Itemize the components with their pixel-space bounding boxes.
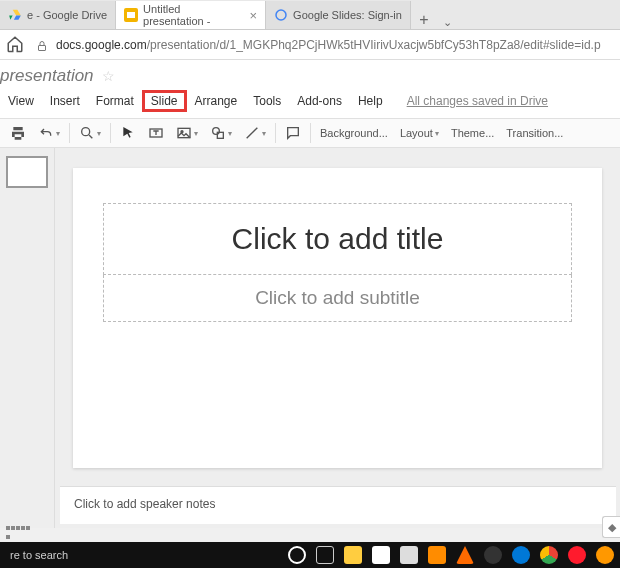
svg-rect-3 (39, 45, 46, 50)
home-icon[interactable] (6, 35, 26, 55)
windows-taskbar: re to search (0, 542, 620, 568)
menu-bar: View Insert Format Slide Arrange Tools A… (0, 86, 620, 118)
print-button[interactable] (4, 121, 32, 145)
doc-title[interactable]: presentation (0, 66, 94, 86)
store-icon[interactable] (372, 546, 390, 564)
transition-button[interactable]: Transition... (500, 121, 569, 145)
tab-label: Untitled presentation - (143, 3, 243, 27)
media-icon[interactable] (428, 546, 446, 564)
slide-canvas[interactable]: Click to add title Click to add subtitle (73, 168, 602, 468)
url-text[interactable]: docs.google.com/presentation/d/1_MGKPhq2… (56, 38, 601, 52)
explore-button[interactable]: ◆ (602, 516, 620, 538)
browser-tab-strip: e - Google Drive Untitled presentation -… (0, 0, 620, 30)
image-tool[interactable] (170, 121, 204, 145)
menu-help[interactable]: Help (350, 91, 391, 111)
layout-button[interactable]: Layout (394, 121, 445, 145)
tab-overflow-icon[interactable]: ⌄ (443, 16, 452, 29)
theme-button[interactable]: Theme... (445, 121, 500, 145)
google-icon (274, 8, 288, 22)
browser-tab[interactable]: Google Slides: Sign-in (266, 1, 411, 29)
workspace: Click to add title Click to add subtitle (0, 148, 620, 528)
lock-icon (36, 38, 50, 52)
shape-tool[interactable] (204, 121, 238, 145)
slide-thumbnail[interactable] (6, 156, 48, 188)
title-placeholder[interactable]: Click to add title (103, 203, 572, 275)
svg-rect-1 (127, 12, 135, 18)
subtitle-placeholder[interactable]: Click to add subtitle (103, 275, 572, 322)
tab-label: Google Slides: Sign-in (293, 9, 402, 21)
textbox-tool[interactable] (142, 121, 170, 145)
opera-icon[interactable] (568, 546, 586, 564)
menu-addons[interactable]: Add-ons (289, 91, 350, 111)
canvas-area: Click to add title Click to add subtitle (55, 148, 620, 528)
save-status[interactable]: All changes saved in Drive (399, 91, 556, 111)
taskview-icon[interactable] (316, 546, 334, 564)
menu-tools[interactable]: Tools (245, 91, 289, 111)
chrome-icon[interactable] (540, 546, 558, 564)
drive-icon (8, 8, 22, 22)
svg-point-8 (213, 128, 220, 135)
menu-view[interactable]: View (0, 91, 42, 111)
toolbar: Background... Layout Theme... Transition… (0, 118, 620, 148)
speaker-notes[interactable]: Click to add speaker notes (60, 486, 616, 524)
line-tool[interactable] (238, 121, 272, 145)
obs-icon[interactable] (484, 546, 502, 564)
slide-panel (0, 148, 55, 528)
background-button[interactable]: Background... (314, 121, 394, 145)
new-tab-button[interactable]: + (411, 11, 437, 29)
address-bar: docs.google.com/presentation/d/1_MGKPhq2… (0, 30, 620, 60)
zoom-button[interactable] (73, 121, 107, 145)
apps-grid-icon[interactable] (6, 526, 30, 542)
select-tool[interactable] (114, 121, 142, 145)
comment-button[interactable] (279, 121, 307, 145)
vlc-icon[interactable] (456, 546, 474, 564)
slides-icon (124, 8, 138, 22)
browser-tab[interactable]: e - Google Drive (0, 1, 116, 29)
menu-format[interactable]: Format (88, 91, 142, 111)
svg-point-4 (82, 128, 90, 136)
cortana-icon[interactable] (288, 546, 306, 564)
menu-slide[interactable]: Slide (142, 90, 187, 112)
undo-button[interactable] (32, 121, 66, 145)
menu-insert[interactable]: Insert (42, 91, 88, 111)
explorer-icon[interactable] (344, 546, 362, 564)
app-icon[interactable] (596, 546, 614, 564)
mail-icon[interactable] (400, 546, 418, 564)
taskbar-icons (288, 546, 620, 564)
taskbar-search[interactable]: re to search (0, 549, 78, 561)
browser-tab[interactable]: Untitled presentation - × (116, 1, 266, 29)
tab-label: e - Google Drive (27, 9, 107, 21)
menu-arrange[interactable]: Arrange (187, 91, 246, 111)
close-icon[interactable]: × (250, 8, 258, 23)
star-icon[interactable]: ☆ (102, 68, 115, 84)
doc-header: presentation ☆ View Insert Format Slide … (0, 60, 620, 118)
edge-icon[interactable] (512, 546, 530, 564)
svg-point-2 (276, 10, 286, 20)
